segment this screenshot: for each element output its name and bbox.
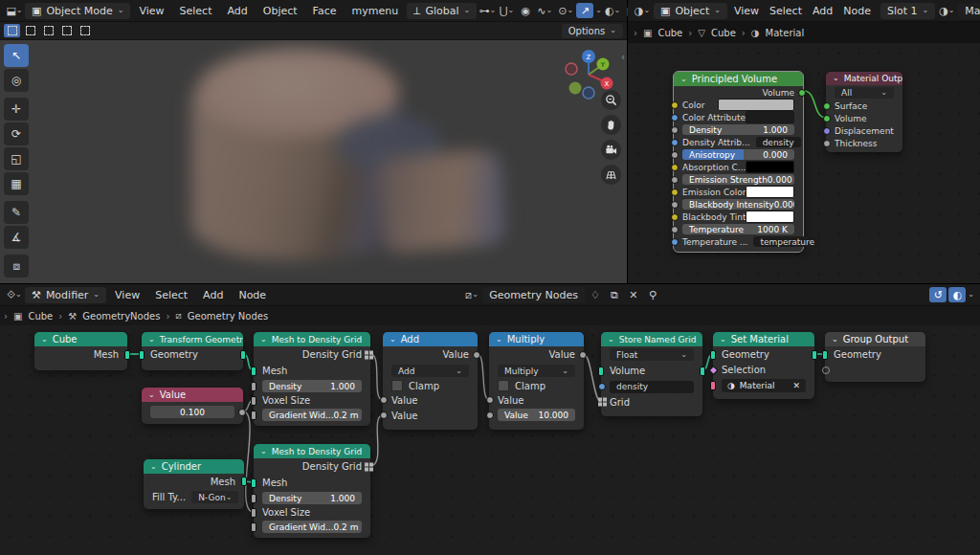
menu-add[interactable]: Add bbox=[809, 3, 836, 19]
mesh-input-socket[interactable] bbox=[251, 366, 256, 376]
tool-scale-button[interactable]: ◱ bbox=[4, 147, 29, 170]
breadcrumb-modifier[interactable]: GeometryNodes bbox=[82, 311, 160, 322]
menu-mymenu[interactable]: mymenu bbox=[345, 3, 405, 19]
node-math-add[interactable]: ⌄ Add Value Add ⌄ Clamp bbox=[383, 332, 478, 430]
value-output-socket[interactable] bbox=[473, 351, 480, 359]
3d-viewport-canvas[interactable]: ↖ ◎ ✛ ⟳ ◱ ▦ ✎ ∡ ⧈ bbox=[0, 40, 627, 285]
menu-add[interactable]: Add bbox=[196, 287, 230, 303]
collapse-chevron-icon[interactable]: ⌄ bbox=[833, 75, 839, 82]
geometry-canvas[interactable]: ⌄ Cube Mesh ⌄ Transform Geometry Geometr… bbox=[0, 325, 980, 555]
mesh-input-socket[interactable] bbox=[251, 478, 256, 488]
gradient-width-slider[interactable]: Gradient Wid... 0.2 m bbox=[262, 409, 362, 421]
breadcrumb-material[interactable]: Material bbox=[766, 28, 805, 38]
blackbody-intensity-socket[interactable] bbox=[671, 201, 679, 209]
sidebar-toggle-icon[interactable]: ‹ bbox=[621, 52, 625, 62]
breadcrumb-data[interactable]: Cube bbox=[711, 28, 736, 38]
name-input-socket[interactable] bbox=[598, 383, 606, 390]
collapse-chevron-icon[interactable]: ⌄ bbox=[390, 336, 396, 344]
collapse-chevron-icon[interactable]: ⌄ bbox=[148, 336, 155, 344]
absorption-color-socket[interactable] bbox=[671, 164, 679, 171]
absorption-swatch[interactable] bbox=[746, 161, 794, 173]
node-header[interactable]: ⌄ Cylinder bbox=[144, 459, 244, 474]
new-node-tree-button[interactable]: ⧉ bbox=[606, 287, 623, 302]
options-dropdown[interactable]: Options ⌄ bbox=[562, 24, 623, 38]
select-mode-extend-button[interactable] bbox=[22, 24, 38, 37]
select-mode-invert-button[interactable] bbox=[58, 24, 75, 37]
temperature-socket[interactable] bbox=[671, 226, 679, 233]
material-name-field[interactable]: Material bbox=[958, 3, 980, 19]
surface-socket[interactable] bbox=[823, 102, 831, 110]
anisotropy-socket[interactable] bbox=[671, 151, 679, 159]
thickness-socket[interactable] bbox=[823, 140, 831, 147]
selection-input-socket[interactable] bbox=[709, 366, 719, 375]
density-input-socket[interactable] bbox=[251, 494, 256, 503]
volume-input-socket[interactable] bbox=[823, 115, 831, 122]
clamp-checkbox[interactable] bbox=[391, 380, 403, 391]
target-dropdown[interactable]: All ⌄ bbox=[835, 87, 894, 99]
fake-user-button[interactable]: ♢ bbox=[587, 287, 604, 302]
gradient-width-slider[interactable]: Gradient Wid... 0.2 m bbox=[262, 521, 362, 533]
falloff-button[interactable]: ∿ ⌄ bbox=[536, 3, 553, 18]
temperature-slider[interactable]: Temperature 1000 K bbox=[682, 224, 794, 234]
menu-node[interactable]: Node bbox=[232, 287, 273, 303]
emission-color-swatch[interactable] bbox=[746, 186, 794, 198]
node-header[interactable]: ⌄ Multiply bbox=[489, 332, 584, 346]
collapse-chevron-icon[interactable]: ⌄ bbox=[260, 448, 267, 455]
density-attribute-field[interactable]: density bbox=[756, 137, 801, 147]
emission-strength-slider[interactable]: Emission Strength 0.000 bbox=[682, 174, 794, 185]
material-browse-button[interactable]: ◑ ⌄ bbox=[938, 3, 955, 18]
toggle-perspective-button[interactable] bbox=[601, 165, 621, 185]
value1-input-socket[interactable] bbox=[380, 396, 388, 404]
shader-type-dropdown[interactable]: ▣ Object ⌄ bbox=[654, 3, 727, 19]
anisotropy-slider[interactable]: Anisotropy 0.000 bbox=[682, 149, 794, 160]
node-transform-geometry[interactable]: ⌄ Transform Geometry Geometry bbox=[142, 332, 243, 370]
node-header[interactable]: ⌄ Cube bbox=[34, 332, 127, 346]
blackbody-tint-swatch[interactable] bbox=[746, 211, 794, 223]
geometry-output-socket[interactable] bbox=[240, 350, 246, 360]
displacement-socket[interactable] bbox=[823, 127, 831, 135]
value-output-socket[interactable] bbox=[579, 351, 587, 359]
collapse-chevron-icon[interactable]: ⌄ bbox=[680, 76, 687, 83]
mesh-output-socket[interactable] bbox=[124, 350, 130, 360]
geometry-input-socket[interactable] bbox=[139, 350, 145, 360]
pin-button[interactable]: ⚲ bbox=[644, 287, 661, 302]
voxel-size-input-socket[interactable] bbox=[251, 396, 256, 406]
operation-dropdown[interactable]: Add ⌄ bbox=[391, 365, 469, 377]
proportional-falloff-button[interactable]: ◐ ⌄ bbox=[604, 3, 621, 18]
grid-input-socket[interactable] bbox=[598, 398, 607, 407]
value2-input-socket[interactable] bbox=[486, 411, 494, 419]
density-socket[interactable] bbox=[671, 126, 679, 134]
panel-toggle-icon[interactable]: › bbox=[4, 311, 8, 322]
value-output-socket[interactable] bbox=[238, 409, 246, 416]
node-header[interactable]: ⌄ Material Output bbox=[826, 72, 902, 85]
tool-transform-button[interactable]: ▦ bbox=[4, 172, 29, 195]
collapse-chevron-icon[interactable]: ⌄ bbox=[832, 336, 838, 344]
editor-type-geometry-button[interactable]: ⟐ ⌄ bbox=[6, 287, 23, 302]
grid-name-field[interactable]: density bbox=[610, 381, 694, 393]
node-math-multiply[interactable]: ⌄ Multiply Value Multiply ⌄ Clamp bbox=[489, 332, 584, 430]
gradient-width-input-socket[interactable] bbox=[251, 522, 256, 532]
blackbody-intensity-slider[interactable]: Blackbody Intensity 0.000 bbox=[682, 199, 794, 210]
collapse-chevron-icon[interactable]: ⌄ bbox=[148, 391, 155, 399]
pan-button[interactable] bbox=[601, 115, 621, 135]
shader-canvas[interactable]: ⌄ Principled Volume Volume Color Color A… bbox=[628, 43, 980, 284]
temperature-attribute-field[interactable]: temperature bbox=[753, 236, 821, 247]
snapping-toggle[interactable]: ◐ bbox=[948, 287, 966, 302]
node-header[interactable]: ⌄ Group Output bbox=[825, 332, 925, 346]
tool-move-button[interactable]: ✛ bbox=[4, 98, 29, 121]
gradient-width-input-socket[interactable] bbox=[251, 411, 256, 420]
tool-annotate-button[interactable]: ✎ bbox=[4, 201, 29, 224]
node-header[interactable]: ⌄ Principled Volume bbox=[674, 72, 803, 86]
editor-type-3d-button[interactable]: ⬓ ⌄ bbox=[6, 3, 23, 18]
mode-dropdown[interactable]: ▣ Object Mode ⌄ bbox=[25, 3, 130, 19]
snapping-button[interactable]: ↗ bbox=[576, 3, 593, 18]
tool-cursor-button[interactable]: ◎ bbox=[4, 69, 29, 92]
breadcrumb-object[interactable]: Cube bbox=[657, 28, 682, 38]
data-type-dropdown[interactable]: Float ⌄ bbox=[610, 348, 694, 361]
node-cube[interactable]: ⌄ Cube Mesh bbox=[34, 332, 127, 370]
density-slider[interactable]: Density 1.000 bbox=[262, 492, 362, 504]
density-grid-output-socket[interactable] bbox=[365, 462, 373, 471]
collapse-chevron-icon[interactable]: ⌄ bbox=[150, 463, 157, 471]
camera-view-button[interactable] bbox=[601, 140, 621, 160]
context-dropdown[interactable]: ⚒ Modifier ⌄ bbox=[25, 287, 106, 303]
